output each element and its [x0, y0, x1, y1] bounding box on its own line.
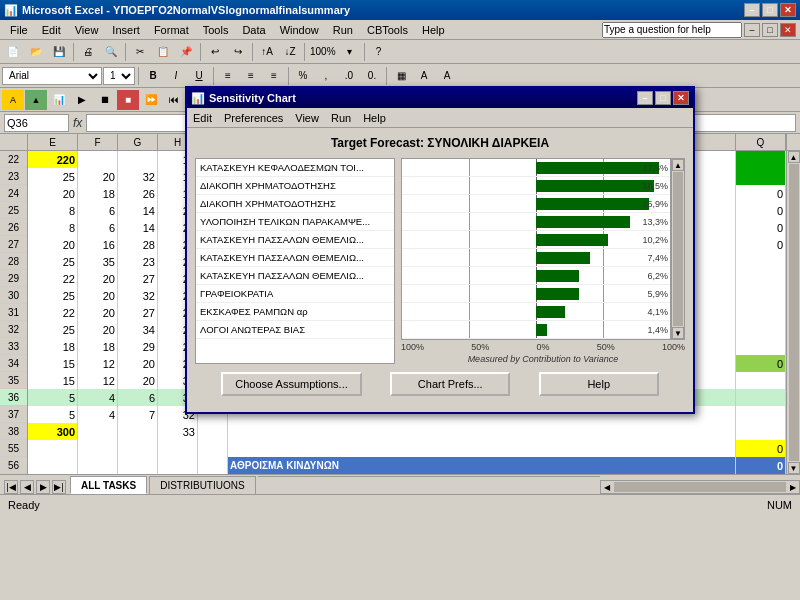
cell-f32[interactable]: 20 [78, 321, 118, 338]
cell-f29[interactable]: 20 [78, 270, 118, 287]
cell-q35[interactable] [736, 372, 786, 389]
vertical-scrollbar[interactable]: ▲ ▼ [786, 151, 800, 474]
dialog-menu-help[interactable]: Help [363, 112, 386, 124]
cell-f23[interactable]: 20 [78, 168, 118, 185]
cell-e22[interactable]: 220 [28, 151, 78, 168]
open-btn[interactable]: 📂 [25, 42, 47, 62]
cell-f30[interactable]: 20 [78, 287, 118, 304]
choose-assumptions-button[interactable]: Choose Assumptions... [221, 372, 362, 396]
cell-g23[interactable]: 32 [118, 168, 158, 185]
cell-h55[interactable] [158, 440, 198, 457]
cell-hidden38[interactable] [228, 423, 736, 440]
cell-f34[interactable]: 12 [78, 355, 118, 372]
help-button[interactable]: Help [539, 372, 659, 396]
cell-e28[interactable]: 25 [28, 253, 78, 270]
cell-e56[interactable] [28, 457, 78, 474]
cell-f28[interactable]: 35 [78, 253, 118, 270]
cell-g28[interactable]: 23 [118, 253, 158, 270]
col-header-e[interactable]: E [28, 134, 78, 150]
cell-f26[interactable]: 6 [78, 219, 118, 236]
save-btn[interactable]: 💾 [48, 42, 70, 62]
cell-f22[interactable] [78, 151, 118, 168]
copy-btn[interactable]: 📋 [152, 42, 174, 62]
chart-prefs-button[interactable]: Chart Prefs... [390, 372, 510, 396]
cell-f36[interactable]: 4 [78, 389, 118, 406]
menu-cbtools[interactable]: CBTools [361, 23, 414, 37]
align-left-btn[interactable]: ≡ [217, 66, 239, 86]
cell-q36[interactable] [736, 389, 786, 406]
tb3-btn5[interactable]: ⏹ [94, 90, 116, 110]
cell-q38[interactable] [736, 423, 786, 440]
dialog-close-btn[interactable]: ✕ [673, 91, 689, 105]
cell-e32[interactable]: 25 [28, 321, 78, 338]
cell-e29[interactable]: 22 [28, 270, 78, 287]
dialog-menu-edit[interactable]: Edit [193, 112, 212, 124]
tab-all-tasks[interactable]: ALL TASKS [70, 476, 147, 494]
cell-e25[interactable]: 8 [28, 202, 78, 219]
cell-e37[interactable]: 5 [28, 406, 78, 423]
redo-btn[interactable]: ↪ [227, 42, 249, 62]
menu-view[interactable]: View [69, 23, 105, 37]
menu-run[interactable]: Run [327, 23, 359, 37]
menu-tools[interactable]: Tools [197, 23, 235, 37]
chart-scroll-thumb[interactable] [673, 172, 683, 326]
fill-color-btn[interactable]: A [413, 66, 435, 86]
help-search[interactable] [602, 22, 742, 38]
cell-q55[interactable]: 0 [736, 440, 786, 457]
cell-q28[interactable] [736, 253, 786, 270]
font-color-btn[interactable]: A [436, 66, 458, 86]
cell-h56[interactable] [158, 457, 198, 474]
cell-g31[interactable]: 27 [118, 304, 158, 321]
cell-e55[interactable] [28, 440, 78, 457]
cell-g34[interactable]: 20 [118, 355, 158, 372]
tab-distributions[interactable]: DISTRIBUTIUONS [149, 476, 255, 494]
cell-q27[interactable]: 0 [736, 236, 786, 253]
cell-q33[interactable] [736, 338, 786, 355]
help-icon[interactable]: ? [368, 42, 390, 62]
cell-q23[interactable] [736, 168, 786, 185]
dialog-menu-run[interactable]: Run [331, 112, 351, 124]
cut-btn[interactable]: ✂ [129, 42, 151, 62]
cell-g55[interactable] [118, 440, 158, 457]
sort-asc-btn[interactable]: ↑A [256, 42, 278, 62]
col-header-f[interactable]: F [78, 134, 118, 150]
cell-e26[interactable]: 8 [28, 219, 78, 236]
cell-f56[interactable] [78, 457, 118, 474]
cell-hidden55[interactable] [228, 440, 736, 457]
maximize-button[interactable]: □ [762, 3, 778, 17]
cell-e31[interactable]: 22 [28, 304, 78, 321]
cell-i55[interactable] [198, 440, 228, 457]
cell-e35[interactable]: 15 [28, 372, 78, 389]
cell-e23[interactable]: 25 [28, 168, 78, 185]
cell-i38[interactable] [198, 423, 228, 440]
scroll-right-btn[interactable]: ▶ [787, 481, 799, 493]
increase-dec-btn[interactable]: .0 [338, 66, 360, 86]
cell-h38[interactable]: 33 [158, 423, 198, 440]
cell-f35[interactable]: 12 [78, 372, 118, 389]
name-box[interactable]: Q36 [4, 114, 69, 132]
cell-f27[interactable]: 16 [78, 236, 118, 253]
col-header-g[interactable]: G [118, 134, 158, 150]
cell-g30[interactable]: 32 [118, 287, 158, 304]
cell-g37[interactable]: 7 [118, 406, 158, 423]
sort-desc-btn[interactable]: ↓Z [279, 42, 301, 62]
cell-q24[interactable]: 0 [736, 185, 786, 202]
cell-g26[interactable]: 14 [118, 219, 158, 236]
bold-btn[interactable]: B [142, 66, 164, 86]
preview-btn[interactable]: 🔍 [100, 42, 122, 62]
paste-btn[interactable]: 📌 [175, 42, 197, 62]
cell-g29[interactable]: 27 [118, 270, 158, 287]
cell-f38[interactable] [78, 423, 118, 440]
cell-q30[interactable] [736, 287, 786, 304]
col-header-q[interactable]: Q [736, 134, 786, 150]
sheet-first-btn[interactable]: |◀ [4, 480, 18, 494]
cell-e27[interactable]: 20 [28, 236, 78, 253]
cell-g33[interactable]: 29 [118, 338, 158, 355]
cell-g56[interactable] [118, 457, 158, 474]
cell-g32[interactable]: 34 [118, 321, 158, 338]
cell-sum-val[interactable]: 0 [736, 457, 786, 474]
tb3-btn6[interactable]: ■ [117, 90, 139, 110]
cell-e30[interactable]: 25 [28, 287, 78, 304]
scroll-up-btn[interactable]: ▲ [788, 151, 800, 163]
menu-edit[interactable]: Edit [36, 23, 67, 37]
